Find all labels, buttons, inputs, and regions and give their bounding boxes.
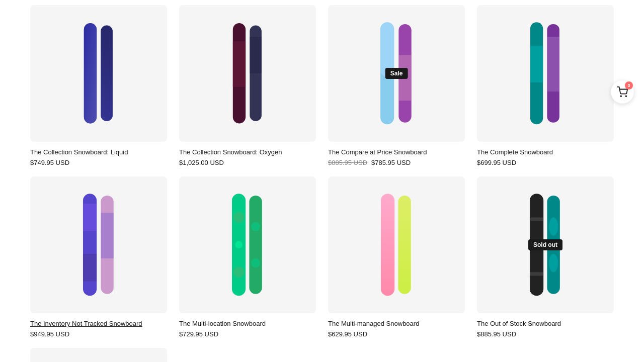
svg-point-36 — [549, 254, 558, 272]
product-image-not-tracked — [30, 176, 167, 313]
svg-point-44 — [625, 96, 626, 97]
price-row-oxygen: $1,025.00 USD — [179, 159, 316, 166]
price-row-not-tracked: $949.95 USD — [30, 330, 167, 338]
empty-slot-1 — [179, 348, 316, 362]
product-image-out-of-stock: Sold out — [477, 176, 614, 313]
product-title-oxygen: The Collection Snowboard: Oxygen — [179, 148, 316, 157]
price-regular-complete: $699.95 USD — [477, 159, 516, 166]
svg-rect-28 — [381, 194, 394, 296]
product-title-complete: The Complete Snowboard — [477, 148, 614, 157]
product-card-out-of-stock[interactable]: Sold outThe Out of Stock Snowboard$885.9… — [477, 176, 614, 338]
svg-rect-3 — [101, 26, 113, 121]
svg-rect-7 — [250, 37, 262, 73]
product-card-compare[interactable]: SaleThe Compare at Price Snowboard$885.9… — [328, 5, 465, 166]
cart-button[interactable]: 0 — [611, 80, 634, 104]
product-grid: The Collection Snowboard: Liquid$749.95 … — [30, 0, 614, 362]
price-row-liquid: $749.95 USD — [30, 159, 167, 166]
price-regular-liquid: $749.95 USD — [30, 159, 69, 166]
badge-soldout-out-of-stock: Sold out — [528, 239, 562, 250]
svg-rect-15 — [547, 37, 559, 92]
product-title-not-tracked: The Inventory Not Tracked Snowboard — [30, 319, 167, 328]
svg-rect-25 — [250, 196, 262, 294]
price-sale-compare: $785.95 USD — [371, 159, 411, 166]
svg-rect-1 — [84, 23, 97, 123]
price-regular-multi-managed: $629.95 USD — [328, 330, 367, 338]
price-row-complete: $699.95 USD — [477, 159, 614, 166]
svg-rect-17 — [83, 204, 97, 231]
svg-rect-20 — [101, 213, 114, 259]
product-title-multi-location: The Multi-location Snowboard — [179, 319, 316, 328]
badge-sale-compare: Sale — [385, 68, 408, 79]
price-row-multi-location: $729.95 USD — [179, 330, 316, 338]
product-card-multi-location[interactable]: The Multi-location Snowboard$729.95 USD — [179, 176, 316, 338]
price-regular-oxygen: $1,025.00 USD — [179, 159, 224, 166]
product-image-videographer: Hydrogen — [30, 348, 167, 362]
product-card-not-tracked[interactable]: The Inventory Not Tracked Snowboard$949.… — [30, 176, 167, 338]
svg-rect-18 — [83, 254, 97, 281]
product-image-oxygen — [179, 5, 316, 142]
price-row-compare: $885.95 USD$785.95 USD — [328, 159, 465, 166]
svg-rect-31 — [530, 218, 543, 221]
price-regular-not-tracked: $949.95 USD — [30, 330, 69, 338]
empty-slot-2 — [328, 348, 465, 362]
svg-point-43 — [620, 96, 621, 97]
svg-rect-5 — [233, 42, 246, 87]
price-original-compare: $885.95 USD — [328, 159, 367, 166]
product-card-complete[interactable]: The Complete Snowboard$699.95 USD — [477, 5, 614, 166]
product-card-multi-managed[interactable]: The Multi-managed Snowboard$629.95 USD — [328, 176, 465, 338]
product-title-multi-managed: The Multi-managed Snowboard — [328, 319, 465, 328]
product-image-compare: Sale — [328, 5, 465, 142]
product-image-complete — [477, 5, 614, 142]
product-card-liquid[interactable]: The Collection Snowboard: Liquid$749.95 … — [30, 5, 167, 166]
empty-slot-3 — [477, 348, 614, 362]
svg-point-22 — [233, 212, 245, 223]
svg-rect-13 — [530, 46, 543, 83]
price-row-multi-managed: $629.95 USD — [328, 330, 465, 338]
product-image-multi-location — [179, 176, 316, 313]
svg-point-24 — [233, 267, 245, 278]
product-title-compare: The Compare at Price Snowboard — [328, 148, 465, 157]
svg-point-35 — [549, 218, 558, 236]
svg-point-26 — [251, 222, 260, 231]
svg-rect-29 — [398, 196, 411, 294]
product-title-liquid: The Collection Snowboard: Liquid — [30, 148, 167, 157]
product-card-videographer[interactable]: Hydrogen The Videographer Snowboard$885.… — [30, 348, 167, 362]
svg-point-27 — [251, 258, 260, 267]
product-card-oxygen[interactable]: The Collection Snowboard: Oxygen$1,025.0… — [179, 5, 316, 166]
price-row-out-of-stock: $885.95 USD — [477, 330, 614, 338]
price-regular-out-of-stock: $885.95 USD — [477, 330, 516, 338]
product-image-multi-managed — [328, 176, 465, 313]
svg-rect-33 — [530, 273, 543, 276]
product-title-out-of-stock: The Out of Stock Snowboard — [477, 319, 614, 328]
price-regular-multi-location: $729.95 USD — [179, 330, 218, 338]
svg-point-23 — [235, 241, 243, 249]
cart-count: 0 — [625, 81, 633, 89]
product-image-liquid — [30, 5, 167, 142]
